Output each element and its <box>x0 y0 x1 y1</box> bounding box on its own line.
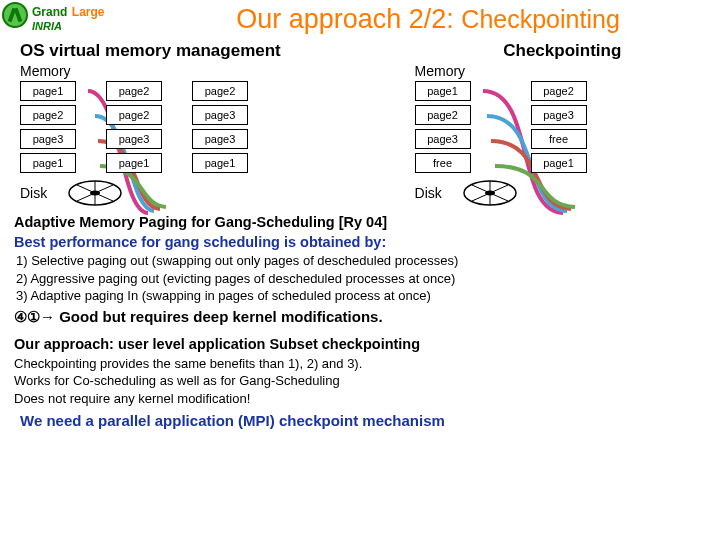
right-memory-label: Memory <box>415 63 710 79</box>
logo: Grand Large INRIA <box>2 2 142 32</box>
disk-icon <box>67 179 123 207</box>
logo-inria: INRIA <box>32 20 104 32</box>
title-main: Our approach 2/2: <box>236 4 461 34</box>
logo-icon <box>2 2 28 28</box>
page-box: page2 <box>106 105 162 125</box>
page-box: page3 <box>415 129 471 149</box>
arrow-text: Good but requires deep kernel modificati… <box>59 308 382 325</box>
page-box: page1 <box>192 153 248 173</box>
page-box: page1 <box>415 81 471 101</box>
logo-text: Grand Large INRIA <box>32 2 104 32</box>
page-box: page2 <box>415 105 471 125</box>
list-item-3: 3) Adaptive paging In (swapping in pages… <box>16 287 708 305</box>
left-col: OS virtual memory management Memory page… <box>20 41 375 207</box>
circled-nums: ④①→ <box>14 308 59 325</box>
right-grid: page1page2 page2page3 page3free freepage… <box>415 81 710 207</box>
page-box: page3 <box>192 129 248 149</box>
page-box: page2 <box>531 81 587 101</box>
our-line-2: Works for Co-scheduling as well as for G… <box>14 372 708 390</box>
right-col: Checkpointing Memory page1page2 page2pag… <box>415 41 710 207</box>
page-box: page1 <box>20 81 76 101</box>
page-box: page2 <box>20 105 76 125</box>
list-item-2: 2) Aggressive paging out (evicting pages… <box>16 270 708 288</box>
logo-grand: Grand <box>32 5 67 19</box>
logo-large: Large <box>72 5 105 19</box>
page-box: free <box>531 129 587 149</box>
our-heading: Our approach: user level application Sub… <box>14 335 708 355</box>
right-heading: Checkpointing <box>415 41 710 61</box>
our-line-1: Checkpointing provides the same benefits… <box>14 355 708 373</box>
body-text: Adaptive Memory Paging for Gang-Scheduli… <box>0 207 720 431</box>
disk-icon <box>462 179 518 207</box>
page-box: free <box>415 153 471 173</box>
title-sub: Checkpointing <box>461 5 619 33</box>
page-box: page1 <box>20 153 76 173</box>
page-box: page3 <box>192 105 248 125</box>
best-line: Best performance for gang scheduling is … <box>14 233 708 253</box>
page-box: page1 <box>531 153 587 173</box>
page-box: page1 <box>106 153 162 173</box>
ry-title: Adaptive Memory Paging for Gang-Scheduli… <box>14 213 708 233</box>
list-item-1: 1) Selective paging out (swapping out on… <box>16 252 708 270</box>
left-heading: OS virtual memory management <box>20 41 375 61</box>
right-disk-label: Disk <box>415 185 442 201</box>
page-box: page3 <box>106 129 162 149</box>
left-grid: page1page2page2 page2page2page3 page3pag… <box>20 81 375 207</box>
page-title: Our approach 2/2: Checkpointing <box>142 2 714 35</box>
left-memory-label: Memory <box>20 63 375 79</box>
page-box: page2 <box>106 81 162 101</box>
our-line-3: Does not require any kernel modification… <box>14 390 708 408</box>
header: Grand Large INRIA Our approach 2/2: Chec… <box>0 0 720 35</box>
page-box: page3 <box>20 129 76 149</box>
diagram-row: OS virtual memory management Memory page… <box>0 35 720 207</box>
page-box: page2 <box>192 81 248 101</box>
page-box: page3 <box>531 105 587 125</box>
need-line: We need a parallel application (MPI) che… <box>20 411 708 431</box>
arrow-line: ④①→ Good but requires deep kernel modifi… <box>14 307 708 327</box>
left-disk-label: Disk <box>20 185 47 201</box>
